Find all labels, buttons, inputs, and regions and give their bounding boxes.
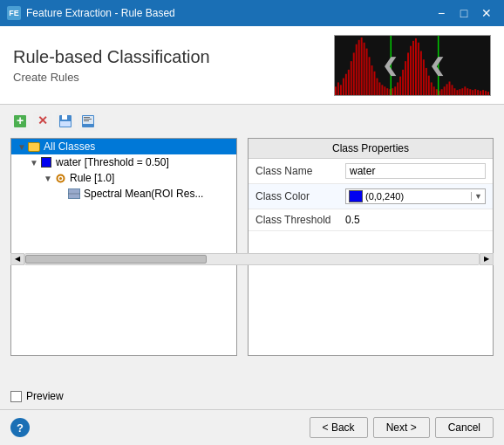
tree-item-all-classes[interactable]: ▼ All Classes <box>11 139 236 154</box>
footer-area: Preview <box>0 383 504 409</box>
svg-rect-36 <box>426 68 427 95</box>
app-icon: FE <box>7 6 21 20</box>
histogram-container: ❮ ❮ <box>334 35 491 96</box>
svg-rect-33 <box>418 43 419 95</box>
tree-item-rule[interactable]: ▼ Rule [1.0] <box>11 170 236 186</box>
delete-button[interactable]: ✕ <box>33 112 52 131</box>
svg-rect-75 <box>84 120 89 121</box>
export-button[interactable] <box>78 112 98 131</box>
preview-label[interactable]: Preview <box>10 390 64 402</box>
dropdown-arrow-icon: ▼ <box>471 192 482 201</box>
svg-rect-24 <box>394 86 396 95</box>
svg-rect-48 <box>456 90 458 95</box>
svg-text:❮: ❮ <box>382 54 398 77</box>
export-icon <box>81 114 95 128</box>
tree-label-all-classes: All Classes <box>44 140 95 153</box>
title-bar: FE Feature Extraction - Rule Based − □ ✕ <box>0 0 504 26</box>
svg-text:✕: ✕ <box>37 114 48 127</box>
svg-rect-54 <box>472 90 473 95</box>
svg-rect-29 <box>407 52 409 95</box>
svg-rect-53 <box>469 89 471 95</box>
svg-rect-30 <box>410 46 412 95</box>
svg-rect-73 <box>84 117 90 118</box>
expand-rule[interactable]: ▼ <box>43 174 53 183</box>
close-button[interactable]: ✕ <box>476 3 497 23</box>
svg-rect-56 <box>477 90 479 95</box>
svg-rect-31 <box>412 41 414 95</box>
cancel-button[interactable]: Cancel <box>435 417 494 438</box>
tree-label-rule: Rule [1.0] <box>70 172 114 184</box>
class-name-input[interactable] <box>345 163 486 179</box>
spectral-icon <box>67 188 81 200</box>
delete-icon: ✕ <box>36 114 50 128</box>
svg-rect-4 <box>343 79 344 95</box>
svg-rect-12 <box>364 43 365 95</box>
svg-rect-35 <box>423 59 425 95</box>
minimize-button[interactable]: − <box>431 3 452 23</box>
threshold-input[interactable] <box>345 214 486 226</box>
svg-rect-17 <box>376 79 378 95</box>
svg-rect-13 <box>366 49 368 95</box>
expand-all-classes[interactable]: ▼ <box>17 142 27 152</box>
svg-rect-21 <box>386 88 388 95</box>
header-title: Rule-based Classification <box>13 47 334 67</box>
content-area: ▼ All Classes ▼ water [Threshold = 0.50]… <box>0 138 504 250</box>
svg-rect-27 <box>402 70 404 95</box>
header-area: Rule-based Classification Create Rules <box>0 26 504 105</box>
preview-checkbox[interactable] <box>10 391 22 402</box>
color-swatch <box>349 190 363 202</box>
add-button[interactable]: + <box>10 112 30 131</box>
prop-label-color: Class Color <box>249 184 338 209</box>
prop-value-name <box>338 159 493 184</box>
next-button[interactable]: Next > <box>373 417 430 438</box>
svg-rect-37 <box>428 76 430 95</box>
expand-water[interactable]: ▼ <box>29 158 39 168</box>
svg-rect-52 <box>467 88 468 95</box>
svg-rect-70 <box>60 121 71 127</box>
tree-item-spectral[interactable]: Spectral Mean(ROI Res... <box>11 186 236 202</box>
svg-rect-59 <box>485 91 487 95</box>
svg-rect-20 <box>384 86 385 95</box>
prop-value-color: (0,0,240) ▼ <box>338 184 493 209</box>
help-button[interactable]: ? <box>10 418 30 437</box>
save-button[interactable] <box>56 112 75 131</box>
svg-rect-49 <box>459 89 460 95</box>
svg-rect-5 <box>345 74 347 95</box>
svg-rect-42 <box>441 89 443 95</box>
svg-rect-3 <box>340 85 342 95</box>
back-button[interactable]: < Back <box>310 417 368 438</box>
scroll-left-button[interactable]: ◀ <box>10 253 24 265</box>
svg-rect-1 <box>335 86 337 95</box>
svg-rect-32 <box>415 38 417 95</box>
prop-row-threshold: Class Threshold <box>249 209 493 231</box>
cancel-label: Cancel <box>448 421 480 434</box>
scroll-thumb[interactable] <box>25 255 207 264</box>
svg-rect-9 <box>356 44 358 95</box>
svg-rect-50 <box>461 88 463 95</box>
maximize-button[interactable]: □ <box>453 3 474 23</box>
svg-rect-69 <box>62 115 67 120</box>
tree-item-water[interactable]: ▼ water [Threshold = 0.50] <box>11 154 236 170</box>
svg-rect-58 <box>482 90 484 95</box>
window-body: Rule-based Classification Create Rules <box>0 26 504 445</box>
svg-rect-46 <box>452 85 453 95</box>
histogram-chart: ❮ ❮ <box>335 36 490 95</box>
save-icon <box>58 114 72 128</box>
svg-rect-44 <box>446 84 448 95</box>
svg-rect-7 <box>351 61 352 95</box>
scroll-right-button[interactable]: ▶ <box>480 253 494 265</box>
svg-rect-23 <box>392 88 393 95</box>
back-label: < Back <box>323 421 355 434</box>
svg-rect-16 <box>374 72 376 95</box>
svg-rect-38 <box>431 82 432 95</box>
svg-rect-25 <box>397 82 398 95</box>
color-dropdown[interactable]: (0,0,240) ▼ <box>345 188 486 204</box>
svg-rect-14 <box>369 57 371 95</box>
scroll-track[interactable] <box>24 253 480 265</box>
folder-icon <box>27 140 41 153</box>
svg-rect-8 <box>353 52 355 95</box>
color-value-container: (0,0,240) ▼ <box>345 188 486 204</box>
svg-rect-26 <box>399 77 401 95</box>
svg-rect-43 <box>444 86 446 95</box>
svg-rect-55 <box>474 89 476 95</box>
